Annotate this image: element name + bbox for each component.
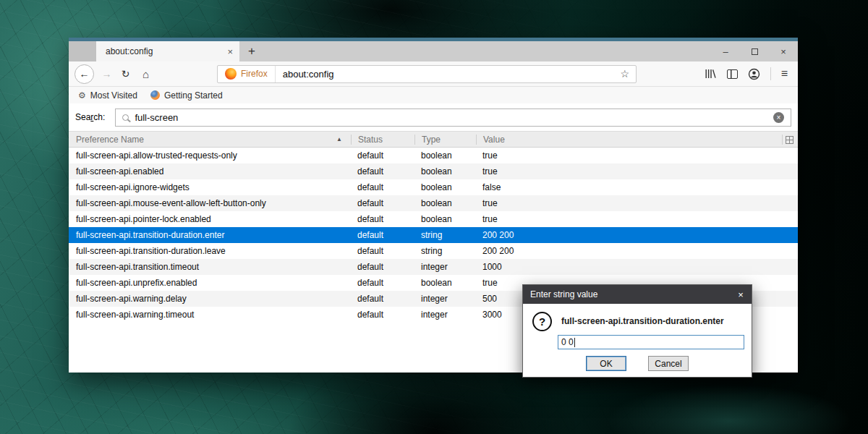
tab-title: about:config bbox=[106, 46, 227, 56]
account-icon[interactable] bbox=[748, 68, 760, 80]
cancel-button[interactable]: Cancel bbox=[648, 356, 689, 371]
cell-type: boolean bbox=[414, 214, 476, 224]
cell-type: boolean bbox=[414, 166, 476, 176]
bookmark-most-visited[interactable]: ⚙ Most Visited bbox=[78, 90, 137, 101]
navigation-toolbar: ← → ↻ ⌂ Firefox about:config ☆ bbox=[69, 61, 798, 87]
firefox-logo-icon bbox=[225, 68, 237, 80]
reload-button[interactable]: ↻ bbox=[116, 68, 135, 80]
cell-type: string bbox=[414, 230, 476, 240]
cell-type: boolean bbox=[414, 182, 476, 192]
bookmark-label: Getting Started bbox=[164, 90, 223, 101]
cell-value: false bbox=[476, 182, 798, 192]
cell-type: string bbox=[414, 246, 476, 256]
table-row[interactable]: full-screen-api.enableddefaultbooleantru… bbox=[69, 163, 798, 179]
cell-name: full-screen-api.transition-duration.leav… bbox=[69, 246, 351, 256]
cell-type: boolean bbox=[414, 150, 476, 161]
cell-value: 200 200 bbox=[476, 246, 798, 256]
tab-close-icon[interactable]: × bbox=[227, 46, 233, 57]
identity-badge[interactable]: Firefox bbox=[218, 66, 276, 82]
toolbar-right-icons: ≡ bbox=[705, 67, 792, 80]
cell-type: integer bbox=[414, 310, 476, 320]
cell-value: true bbox=[476, 150, 798, 161]
dialog-value-input[interactable]: 0 0 bbox=[558, 335, 744, 349]
search-input[interactable]: full-screen × bbox=[115, 109, 791, 127]
bookmark-label: Most Visited bbox=[90, 90, 137, 101]
cell-value: true bbox=[476, 166, 798, 176]
maximize-icon bbox=[752, 48, 758, 55]
column-header-type[interactable]: Type bbox=[414, 135, 476, 145]
table-row[interactable]: full-screen-api.transition-duration.leav… bbox=[69, 243, 798, 259]
cell-name: full-screen-api.unprefix.enabled bbox=[69, 278, 351, 288]
bookmark-star-icon[interactable]: ☆ bbox=[620, 68, 636, 80]
tab-bar-spacer bbox=[69, 41, 96, 61]
cell-type: boolean bbox=[414, 278, 476, 288]
menu-button[interactable]: ≡ bbox=[781, 67, 788, 80]
tab-bar: about:config × + – × bbox=[69, 41, 798, 61]
table-row[interactable]: full-screen-api.transition.timeoutdefaul… bbox=[69, 259, 798, 275]
cell-status: default bbox=[351, 182, 414, 192]
search-value[interactable]: full-screen bbox=[135, 112, 773, 123]
dialog-pref-name: full-screen-api.transition-duration.ente… bbox=[561, 316, 724, 326]
column-picker-separator bbox=[782, 135, 783, 145]
firefox-globe-icon bbox=[150, 90, 160, 100]
cell-status: default bbox=[351, 262, 414, 272]
cell-status: default bbox=[351, 310, 414, 320]
cell-name: full-screen-api.mouse-event-allow-left-b… bbox=[69, 198, 351, 208]
table-header: Preference Name ▲ Status Type Value bbox=[69, 131, 798, 148]
window-minimize-button[interactable]: – bbox=[711, 41, 740, 61]
identity-label: Firefox bbox=[241, 69, 268, 79]
cell-status: default bbox=[351, 278, 414, 288]
back-button[interactable]: ← bbox=[75, 64, 94, 84]
window-maximize-button[interactable] bbox=[740, 41, 769, 61]
url-bar[interactable]: Firefox about:config ☆ bbox=[217, 65, 637, 83]
dialog-titlebar[interactable]: Enter string value × bbox=[523, 285, 752, 304]
sidebar-icon[interactable] bbox=[727, 69, 738, 79]
table-row[interactable]: full-screen-api.pointer-lock.enableddefa… bbox=[69, 211, 798, 227]
cell-type: boolean bbox=[414, 198, 476, 208]
cell-status: default bbox=[351, 166, 414, 176]
forward-button[interactable]: → bbox=[98, 68, 116, 80]
gear-icon: ⚙ bbox=[78, 91, 86, 100]
search-clear-button[interactable]: × bbox=[773, 112, 784, 123]
bookmark-getting-started[interactable]: Getting Started bbox=[150, 90, 223, 101]
cell-status: default bbox=[351, 150, 414, 161]
cell-value: 200 200 bbox=[476, 230, 798, 240]
cell-name: full-screen-api.pointer-lock.enabled bbox=[69, 214, 351, 224]
cell-value: true bbox=[476, 198, 798, 208]
cell-name: full-screen-api.warning.delay bbox=[69, 294, 351, 304]
column-header-preference-name[interactable]: Preference Name ▲ bbox=[69, 135, 351, 145]
cell-name: full-screen-api.transition.timeout bbox=[69, 262, 351, 272]
column-picker-icon[interactable] bbox=[786, 136, 793, 144]
column-header-status[interactable]: Status bbox=[351, 135, 414, 145]
question-mark-icon: ? bbox=[532, 312, 552, 331]
window-close-button[interactable]: × bbox=[769, 41, 798, 61]
table-row[interactable]: full-screen-api.ignore-widgetsdefaultboo… bbox=[69, 179, 798, 195]
table-row[interactable]: full-screen-api.transition-duration.ente… bbox=[69, 227, 798, 243]
dialog-buttons: OK Cancel bbox=[523, 356, 752, 371]
dialog-input-value: 0 0 bbox=[561, 337, 574, 347]
dialog-title: Enter string value bbox=[530, 289, 597, 299]
text-caret bbox=[574, 338, 575, 347]
home-button[interactable]: ⌂ bbox=[135, 68, 156, 80]
column-header-value[interactable]: Value bbox=[476, 135, 798, 145]
tab-about-config[interactable]: about:config × bbox=[96, 41, 239, 61]
cell-name: full-screen-api.warning.timeout bbox=[69, 310, 351, 320]
toolbar-separator bbox=[770, 67, 771, 80]
library-icon[interactable] bbox=[705, 68, 717, 80]
new-tab-button[interactable]: + bbox=[239, 41, 264, 61]
tab-bar-fill bbox=[264, 41, 711, 61]
cell-value: true bbox=[476, 214, 798, 224]
enter-string-value-dialog: Enter string value × ? full-screen-api.t… bbox=[522, 284, 752, 378]
dialog-close-icon[interactable]: × bbox=[730, 289, 752, 300]
ok-button[interactable]: OK bbox=[586, 356, 626, 371]
url-text[interactable]: about:config bbox=[276, 69, 621, 80]
table-row[interactable]: full-screen-api.allow-trusted-requests-o… bbox=[69, 148, 798, 163]
table-row[interactable]: full-screen-api.mouse-event-allow-left-b… bbox=[69, 195, 798, 211]
cell-name: full-screen-api.allow-trusted-requests-o… bbox=[69, 150, 351, 161]
cell-value: 1000 bbox=[476, 262, 798, 272]
search-label: Search: bbox=[75, 112, 105, 122]
dialog-body: ? full-screen-api.transition-duration.en… bbox=[523, 304, 752, 377]
sort-ascending-icon: ▲ bbox=[336, 135, 342, 145]
cell-status: default bbox=[351, 198, 414, 208]
cell-status: default bbox=[351, 230, 414, 240]
